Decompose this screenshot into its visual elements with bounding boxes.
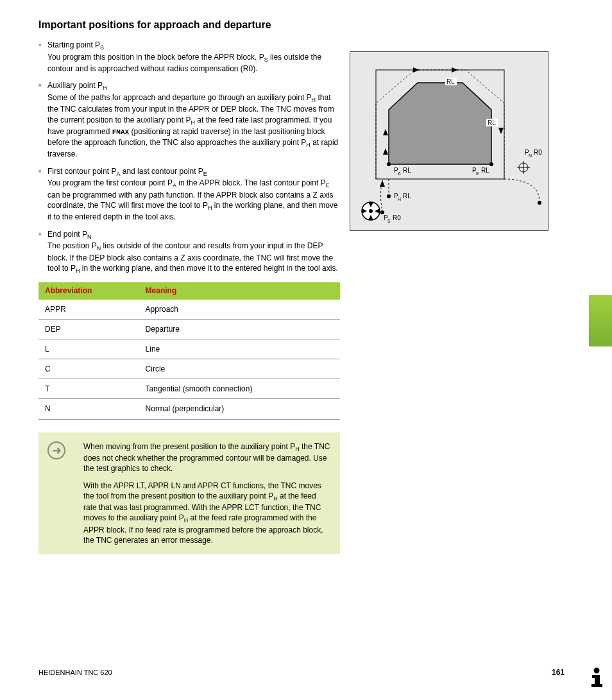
svg-marker-5 (383, 148, 388, 155)
table-row: CCircle (38, 359, 340, 379)
item-body: The position PN lies outside of the cont… (47, 241, 338, 273)
abbreviation-table: Abbreviation Meaning APPRApproach DEPDep… (38, 282, 340, 419)
svg-text:N: N (529, 153, 532, 158)
item-title: End point PN (47, 229, 340, 241)
item-title: Auxiliary point PH (47, 80, 340, 92)
svg-text:R0: R0 (534, 149, 542, 156)
label-rl-top: RL (446, 78, 455, 85)
svg-marker-7 (380, 180, 385, 187)
item-body: You program this position in the block b… (47, 53, 321, 74)
label-rl-right: RL (488, 119, 496, 126)
table-header: Meaning (139, 282, 340, 299)
list-item: Starting point PS You program this posit… (38, 40, 340, 74)
svg-marker-1 (389, 83, 491, 164)
page-number: 161 (552, 668, 565, 677)
svg-marker-2 (413, 67, 420, 73)
svg-text:E: E (476, 171, 479, 176)
section-heading: Important positions for approach and dep… (38, 19, 565, 31)
list-item: First contour point PA and last contour … (38, 166, 340, 223)
svg-text:RL: RL (403, 192, 411, 200)
svg-marker-4 (383, 129, 388, 135)
footer-product: HEIDENHAIN TNC 620 (38, 669, 112, 676)
svg-point-15 (538, 201, 541, 205)
content-column: Starting point PS You program this posit… (38, 40, 340, 420)
item-body: You program the first contour point PA i… (47, 178, 338, 221)
list-item: End point PN The position PN lies outsid… (38, 229, 340, 275)
svg-point-13 (387, 194, 391, 198)
sidebar-section-title: 6.3 Contour Approach and Departure (609, 167, 612, 414)
page-footer: HEIDENHAIN TNC 620 161 (38, 668, 565, 677)
table-row: NNormal (perpendicular) (38, 399, 340, 419)
svg-text:H: H (398, 197, 401, 201)
table-header: Abbreviation (38, 282, 139, 299)
svg-marker-3 (452, 67, 458, 73)
list-item: Auxiliary point PH Some of the paths for… (38, 80, 340, 159)
item-body: Some of the paths for approach and depar… (47, 93, 338, 159)
arrow-icon: ➜ (47, 441, 65, 459)
svg-text:A: A (398, 171, 401, 176)
table-row: TTangential (smooth connection) (38, 379, 340, 399)
svg-text:S: S (387, 219, 391, 223)
svg-point-12 (489, 162, 493, 166)
contour-diagram: RL RL PARL PERL PHRL PSR0 PNR0 (350, 51, 548, 231)
svg-point-40 (594, 668, 600, 674)
svg-text:RL: RL (481, 167, 489, 174)
item-title: Starting point PS (47, 40, 340, 52)
table-row: APPRApproach (38, 300, 340, 320)
item-title: First contour point PA and last contour … (47, 166, 340, 178)
svg-text:R0: R0 (393, 214, 401, 221)
svg-marker-6 (498, 128, 504, 134)
svg-rect-42 (595, 675, 600, 685)
table-row: DEPDeparture (38, 319, 340, 339)
info-icon (584, 664, 609, 690)
note-box: ➜ When moving from the present position … (38, 432, 340, 555)
sidebar-tab (589, 13, 612, 346)
note-paragraph: When moving from the present position to… (83, 441, 331, 474)
svg-point-24 (369, 209, 373, 213)
table-row: LLine (38, 339, 340, 359)
svg-text:RL: RL (403, 167, 411, 174)
note-paragraph: With the APPR LT, APPR LN and APPR CT fu… (83, 481, 331, 546)
svg-rect-43 (591, 684, 602, 687)
svg-point-11 (387, 162, 391, 166)
